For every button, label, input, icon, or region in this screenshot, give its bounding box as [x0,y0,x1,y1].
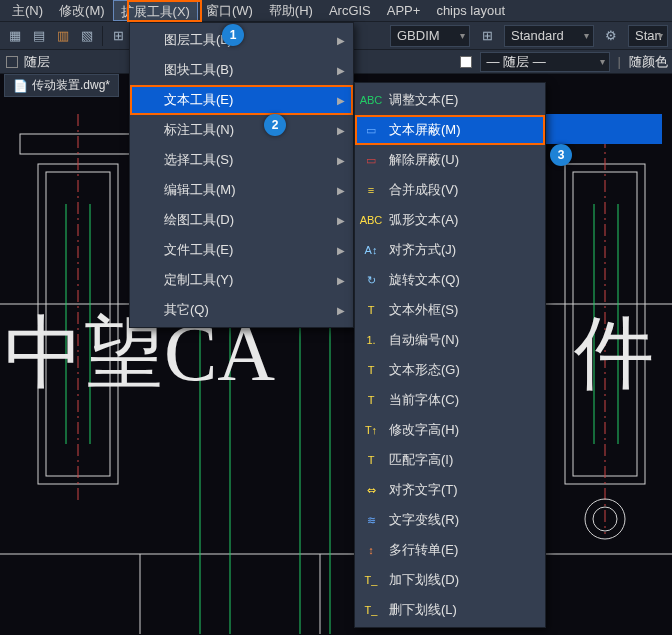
dimstyle-combo[interactable]: GBDIM [390,25,470,47]
menu-select-tools[interactable]: 选择工具(S)▶ [130,145,353,175]
other-combo[interactable]: Stan [628,25,668,47]
menu-draw-tools[interactable]: 绘图工具(D)▶ [130,205,353,235]
menu-item-label: 文字变线(R) [389,511,459,529]
submenu-item[interactable]: A↕对齐方式(J) [355,235,545,265]
menu-item-icon: 1. [361,330,381,350]
standard-combo[interactable]: Standard [504,25,594,47]
submenu-item[interactable]: 1.自动编号(N) [355,325,545,355]
menu-item-label: 调整文本(E) [389,91,458,109]
menu-item-label: 修改字高(H) [389,421,459,439]
menu-item-icon: A↕ [361,240,381,260]
menu-app-plus[interactable]: APP+ [379,0,429,21]
submenu-arrow-icon: ▶ [337,245,345,256]
menu-item-label: 合并成段(V) [389,181,458,199]
menu-custom-tools[interactable]: 定制工具(Y)▶ [130,265,353,295]
menu-file-tools[interactable]: 文件工具(E)▶ [130,235,353,265]
submenu-item[interactable]: ↕多行转单(E) [355,535,545,565]
menu-item-icon: ▭ [361,120,381,140]
menu-item-icon: ↕ [361,540,381,560]
menu-item-icon: T_ [361,570,381,590]
toolbar-button[interactable]: ▦ [4,25,26,47]
menu-item-icon: T↑ [361,420,381,440]
callout-badge: 3 [550,144,572,166]
submenu-item[interactable]: ▭解除屏蔽(U) [355,145,545,175]
toolbar-button[interactable]: ▥ [52,25,74,47]
menu-dim-tools[interactable]: 标注工具(N)▶ [130,115,353,145]
menu-arcgis[interactable]: ArcGIS [321,0,379,21]
menu-help[interactable]: 帮助(H) [261,0,321,21]
menu-item-label: 对齐方式(J) [389,241,456,259]
menu-item-icon: ⇔ [361,480,381,500]
linetype-combo[interactable]: — 随层 — [480,52,610,72]
menu-extension-tools[interactable]: 扩展工具(X) [113,0,198,21]
menu-item-label: 自动编号(N) [389,331,459,349]
menu-item-icon: ABC [361,210,381,230]
toolbar-button[interactable]: ⊞ [476,25,498,47]
menu-item-label: 解除屏蔽(U) [389,151,459,169]
submenu-item[interactable]: ≡合并成段(V) [355,175,545,205]
submenu-item[interactable]: T文本外框(S) [355,295,545,325]
menu-item-label: 多行转单(E) [389,541,458,559]
menu-item-label: 匹配字高(I) [389,451,453,469]
submenu-item[interactable]: ▭文本屏蔽(M) [355,115,545,145]
menu-item-label: 弧形文本(A) [389,211,458,229]
text-tools-submenu: ABC调整文本(E)▭文本屏蔽(M)▭解除屏蔽(U)≡合并成段(V)ABC弧形文… [354,82,546,628]
bylayer-checkbox[interactable] [6,56,18,68]
menu-item-icon: T [361,360,381,380]
submenu-arrow-icon: ▶ [337,155,345,166]
menu-item-label: 旋转文本(Q) [389,271,460,289]
toolbar-button[interactable]: ⊞ [107,25,129,47]
submenu-item[interactable]: T↑修改字高(H) [355,415,545,445]
menu-edit-tools[interactable]: 编辑工具(M)▶ [130,175,353,205]
menubar: 主(N) 修改(M) 扩展工具(X) 窗口(W) 帮助(H) ArcGIS AP… [0,0,672,22]
menu-block-tools[interactable]: 图块工具(B)▶ [130,55,353,85]
toolbar-button[interactable]: ▧ [76,25,98,47]
submenu-arrow-icon: ▶ [337,305,345,316]
menu-highlight-extension [544,114,662,144]
file-tab-label: 传动装置.dwg* [32,77,110,94]
submenu-item[interactable]: ↻旋转文本(Q) [355,265,545,295]
menu-item-icon: ≋ [361,510,381,530]
menu-item-icon: T_ [361,600,381,620]
submenu-item[interactable]: ABC弧形文本(A) [355,205,545,235]
color-swatch[interactable] [460,56,472,68]
toolbar-button[interactable]: ⚙ [600,25,622,47]
submenu-item[interactable]: ⇔对齐文字(T) [355,475,545,505]
menu-window[interactable]: 窗口(W) [198,0,261,21]
menu-main[interactable]: 主(N) [4,0,51,21]
submenu-item[interactable]: ≋文字变线(R) [355,505,545,535]
menu-item-label: 加下划线(D) [389,571,459,589]
bylayer-label: 随层 [24,53,50,71]
menu-item-icon: ▭ [361,150,381,170]
file-tab[interactable]: 传动装置.dwg* [4,74,119,97]
menu-chips-layout[interactable]: chips layout [428,0,513,21]
menu-text-tools[interactable]: 文本工具(E)▶ [130,85,353,115]
menu-modify[interactable]: 修改(M) [51,0,113,21]
menu-item-icon: T [361,390,381,410]
toolbar-button[interactable]: ▤ [28,25,50,47]
submenu-arrow-icon: ▶ [337,35,345,46]
separator [102,26,103,46]
submenu-arrow-icon: ▶ [337,185,345,196]
callout-badge: 2 [264,114,286,136]
submenu-item[interactable]: T_删下划线(L) [355,595,545,625]
submenu-arrow-icon: ▶ [337,95,345,106]
menu-item-label: 文本外框(S) [389,301,458,319]
submenu-arrow-icon: ▶ [337,65,345,76]
extension-tools-menu: 图层工具(L)▶ 图块工具(B)▶ 文本工具(E)▶ 标注工具(N)▶ 选择工具… [129,22,354,328]
callout-badge: 1 [222,24,244,46]
submenu-item[interactable]: T_加下划线(D) [355,565,545,595]
menu-item-label: 删下划线(L) [389,601,457,619]
menu-item-icon: ↻ [361,270,381,290]
menu-item-icon: ABC [361,90,381,110]
submenu-item[interactable]: T匹配字高(I) [355,445,545,475]
menu-item-label: 当前字体(C) [389,391,459,409]
submenu-item[interactable]: T文本形态(G) [355,355,545,385]
menu-item-label: 文本形态(G) [389,361,460,379]
submenu-item[interactable]: ABC调整文本(E) [355,85,545,115]
ratio-label: 随颜色 [629,53,668,71]
menu-item-icon: T [361,450,381,470]
submenu-arrow-icon: ▶ [337,275,345,286]
menu-other-tools[interactable]: 其它(Q)▶ [130,295,353,325]
submenu-item[interactable]: T当前字体(C) [355,385,545,415]
